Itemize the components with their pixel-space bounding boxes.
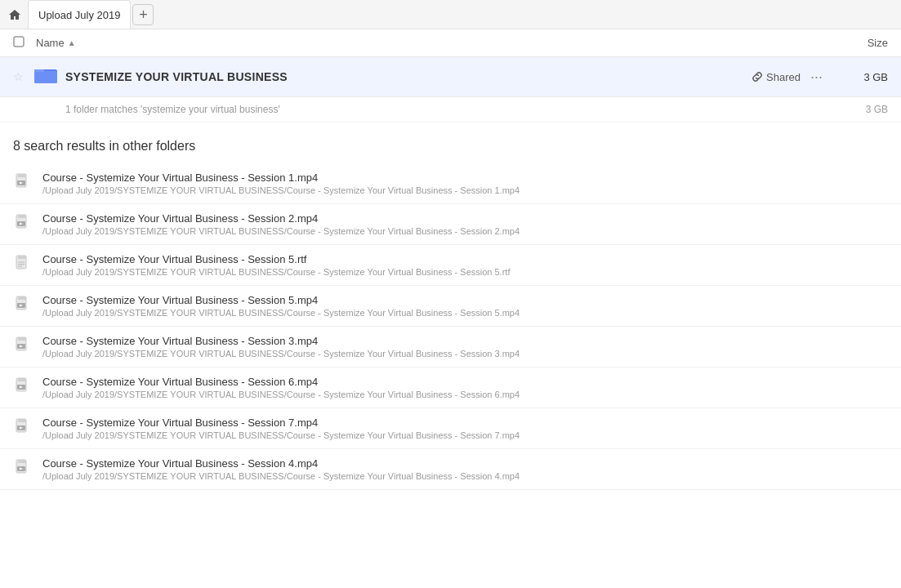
svg-rect-29 <box>18 419 26 422</box>
video-file-icon <box>15 336 31 353</box>
result-path: /Upload July 2019/SYSTEMIZE YOUR VIRTUAL… <box>42 226 888 236</box>
tab-bar: Upload July 2019 + <box>0 0 901 29</box>
svg-rect-0 <box>14 37 24 47</box>
results-list: Course - Systemize Your Virtual Business… <box>0 163 901 490</box>
result-name: Course - Systemize Your Virtual Business… <box>42 335 888 347</box>
result-file-icon <box>13 253 33 273</box>
list-item[interactable]: Course - Systemize Your Virtual Business… <box>0 245 901 286</box>
result-path: /Upload July 2019/SYSTEMIZE YOUR VIRTUAL… <box>42 267 888 277</box>
select-all-checkbox[interactable] <box>13 36 29 50</box>
result-info: Course - Systemize Your Virtual Business… <box>42 294 888 318</box>
result-info: Course - Systemize Your Virtual Business… <box>42 457 888 481</box>
column-header: Name ▲ Size <box>0 29 901 57</box>
result-info: Course - Systemize Your Virtual Business… <box>42 376 888 399</box>
list-item[interactable]: Course - Systemize Your Virtual Business… <box>0 408 901 449</box>
result-file-icon <box>13 294 33 314</box>
result-file-icon <box>13 376 33 395</box>
current-tab[interactable]: Upload July 2019 <box>28 0 131 29</box>
link-icon <box>752 71 763 82</box>
result-path: /Upload July 2019/SYSTEMIZE YOUR VIRTUAL… <box>42 390 888 399</box>
result-info: Course - Systemize Your Virtual Business… <box>42 212 888 236</box>
svg-rect-33 <box>18 460 26 463</box>
result-info: Course - Systemize Your Virtual Business… <box>42 253 888 277</box>
result-name: Course - Systemize Your Virtual Business… <box>42 212 888 225</box>
shared-label: Shared <box>766 71 801 83</box>
svg-rect-8 <box>18 215 26 218</box>
home-icon[interactable] <box>7 7 23 23</box>
video-file-icon <box>15 296 31 312</box>
result-file-icon <box>13 335 33 354</box>
video-file-icon <box>15 459 31 475</box>
list-item[interactable]: Course - Systemize Your Virtual Business… <box>0 163 901 204</box>
match-info-row: 1 folder matches 'systemize your virtual… <box>0 97 901 122</box>
result-name: Course - Systemize Your Virtual Business… <box>42 294 888 306</box>
result-name: Course - Systemize Your Virtual Business… <box>42 457 888 470</box>
video-file-icon <box>15 418 31 434</box>
svg-rect-25 <box>18 378 26 381</box>
result-name: Course - Systemize Your Virtual Business… <box>42 416 888 429</box>
sort-arrow-icon: ▲ <box>68 38 76 47</box>
list-item[interactable]: Course - Systemize Your Virtual Business… <box>0 327 901 368</box>
svg-rect-21 <box>18 337 26 341</box>
section-header: 8 search results in other folders <box>0 122 901 163</box>
result-info: Course - Systemize Your Virtual Business… <box>42 416 888 440</box>
name-column-header[interactable]: Name ▲ <box>36 37 823 49</box>
svg-rect-4 <box>18 174 26 177</box>
star-icon[interactable]: ☆ <box>13 70 29 83</box>
folder-actions: Shared ··· <box>752 69 823 86</box>
folder-row[interactable]: ☆ SYSTEMIZE YOUR VIRTUAL BUSINESS Shared… <box>0 57 901 97</box>
list-item[interactable]: Course - Systemize Your Virtual Business… <box>0 368 901 408</box>
result-path: /Upload July 2019/SYSTEMIZE YOUR VIRTUAL… <box>42 308 888 318</box>
size-column-header: Size <box>823 37 888 49</box>
result-file-icon <box>13 172 33 191</box>
tab-label: Upload July 2019 <box>38 9 120 21</box>
svg-rect-17 <box>18 296 26 300</box>
svg-rect-12 <box>18 256 26 259</box>
section-title: 8 search results in other folders <box>13 139 195 153</box>
rtf-file-icon <box>15 255 31 271</box>
svg-rect-2 <box>34 69 44 72</box>
match-text: 1 folder matches 'systemize your virtual… <box>65 104 280 115</box>
name-column-label: Name <box>36 37 65 49</box>
result-path: /Upload July 2019/SYSTEMIZE YOUR VIRTUAL… <box>42 185 888 195</box>
video-file-icon <box>15 214 31 230</box>
result-file-icon <box>13 212 33 232</box>
video-file-icon <box>15 377 31 394</box>
video-file-icon <box>15 173 31 189</box>
new-tab-button[interactable]: + <box>132 4 154 25</box>
list-item[interactable]: Course - Systemize Your Virtual Business… <box>0 286 901 327</box>
result-path: /Upload July 2019/SYSTEMIZE YOUR VIRTUAL… <box>42 430 888 440</box>
list-item[interactable]: Course - Systemize Your Virtual Business… <box>0 449 901 490</box>
result-name: Course - Systemize Your Virtual Business… <box>42 253 888 265</box>
result-path: /Upload July 2019/SYSTEMIZE YOUR VIRTUAL… <box>42 471 888 481</box>
result-name: Course - Systemize Your Virtual Business… <box>42 172 888 184</box>
folder-icon <box>34 65 57 88</box>
shared-badge: Shared <box>752 71 801 83</box>
result-info: Course - Systemize Your Virtual Business… <box>42 172 888 195</box>
folder-name: SYSTEMIZE YOUR VIRTUAL BUSINESS <box>65 70 752 83</box>
result-info: Course - Systemize Your Virtual Business… <box>42 335 888 359</box>
folder-size: 3 GB <box>823 71 888 83</box>
result-path: /Upload July 2019/SYSTEMIZE YOUR VIRTUAL… <box>42 349 888 359</box>
more-options-icon[interactable]: ··· <box>810 69 823 86</box>
result-file-icon <box>13 416 33 436</box>
result-name: Course - Systemize Your Virtual Business… <box>42 376 888 388</box>
match-size: 3 GB <box>866 104 888 115</box>
size-column-label: Size <box>868 37 888 49</box>
list-item[interactable]: Course - Systemize Your Virtual Business… <box>0 204 901 245</box>
result-file-icon <box>13 457 33 477</box>
